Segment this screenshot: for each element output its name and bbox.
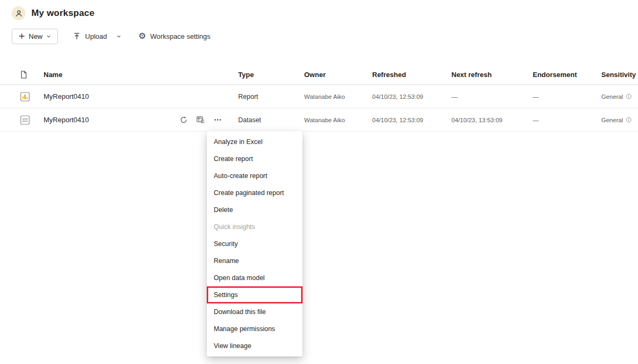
chevron-down-icon xyxy=(46,34,51,39)
column-header-refreshed[interactable]: Refreshed xyxy=(372,71,451,79)
item-type: Report xyxy=(238,93,304,100)
menu-item-download-this-file[interactable]: Download this file xyxy=(207,303,303,320)
workspace-settings-button[interactable]: ⚙ Workspace settings xyxy=(138,32,211,40)
menu-item-settings[interactable]: Settings xyxy=(207,286,303,303)
item-next-refresh: — xyxy=(451,94,533,100)
workspace-settings-label: Workspace settings xyxy=(150,32,211,40)
column-header-type[interactable]: Type xyxy=(238,71,304,79)
menu-item-delete[interactable]: Delete xyxy=(207,201,303,218)
menu-item-rename[interactable]: Rename xyxy=(207,252,303,269)
menu-item-view-lineage[interactable]: View lineage xyxy=(207,337,303,354)
menu-item-create-paginated-report[interactable]: Create paginated report xyxy=(207,184,303,201)
column-header-endorsement[interactable]: Endorsement xyxy=(533,71,601,79)
menu-item-security[interactable]: Security xyxy=(207,235,303,252)
menu-item-open-data-model[interactable]: Open data model xyxy=(207,269,303,286)
refresh-now-button[interactable] xyxy=(178,114,189,126)
menu-item-create-report[interactable]: Create report xyxy=(207,150,303,167)
workspace-header: My workspace xyxy=(0,0,638,26)
item-name-link[interactable]: MyReport0410 xyxy=(44,116,89,124)
items-table: Name Type Owner Refreshed Next refresh E… xyxy=(0,65,638,132)
item-name-link[interactable]: MyReport0410 xyxy=(44,92,89,100)
schedule-refresh-button[interactable] xyxy=(195,114,206,126)
plus-icon xyxy=(19,33,25,39)
file-type-column-icon xyxy=(20,71,44,79)
item-endorsement: — xyxy=(533,94,601,100)
table-row[interactable]: MyReport0410 Report Watanabe Aiko 04/10/… xyxy=(0,85,638,108)
gear-icon: ⚙ xyxy=(138,32,146,40)
item-endorsement: — xyxy=(533,117,601,123)
new-button[interactable]: New xyxy=(12,29,58,44)
upload-button-label: Upload xyxy=(85,32,107,40)
upload-button[interactable]: Upload xyxy=(73,32,121,40)
chevron-down-icon xyxy=(116,34,121,39)
menu-item-auto-create-report[interactable]: Auto-create report xyxy=(207,167,303,184)
column-header-owner[interactable]: Owner xyxy=(304,71,372,79)
page-title: My workspace xyxy=(31,8,95,19)
toolbar: New Upload ⚙ Workspace settings xyxy=(0,26,638,47)
dataset-icon xyxy=(20,115,44,125)
column-header-sensitivity[interactable]: Sensitivity xyxy=(601,71,636,79)
item-type: Dataset xyxy=(238,116,304,124)
item-sensitivity: General xyxy=(601,117,623,123)
item-owner: Watanabe Aiko xyxy=(304,94,372,100)
upload-icon xyxy=(73,32,81,40)
menu-item-quick-insights: Quick insights xyxy=(207,218,303,235)
new-button-label: New xyxy=(29,32,43,40)
more-options-button[interactable] xyxy=(212,114,223,126)
column-header-next-refresh[interactable]: Next refresh xyxy=(451,71,533,79)
menu-item-analyze-in-excel[interactable]: Analyze in Excel xyxy=(207,133,303,150)
table-header-row: Name Type Owner Refreshed Next refresh E… xyxy=(0,65,638,85)
info-icon[interactable] xyxy=(626,117,632,123)
report-icon xyxy=(20,92,44,101)
table-row[interactable]: MyReport0410 xyxy=(0,108,638,132)
item-next-refresh: 04/10/23, 13:53:09 xyxy=(451,117,533,123)
item-refreshed: 04/10/23, 12:53:09 xyxy=(372,117,451,123)
workspace-avatar[interactable] xyxy=(12,6,26,20)
dataset-context-menu: Analyze in Excel Create report Auto-crea… xyxy=(207,131,303,357)
menu-item-manage-permissions[interactable]: Manage permissions xyxy=(207,320,303,337)
column-header-name[interactable]: Name xyxy=(44,71,238,79)
info-icon[interactable] xyxy=(626,94,632,99)
row-actions xyxy=(178,114,238,126)
item-sensitivity: General xyxy=(601,94,623,100)
item-owner: Watanabe Aiko xyxy=(304,117,372,123)
item-refreshed: 04/10/23, 12:53:09 xyxy=(372,94,451,100)
person-icon xyxy=(15,10,23,18)
